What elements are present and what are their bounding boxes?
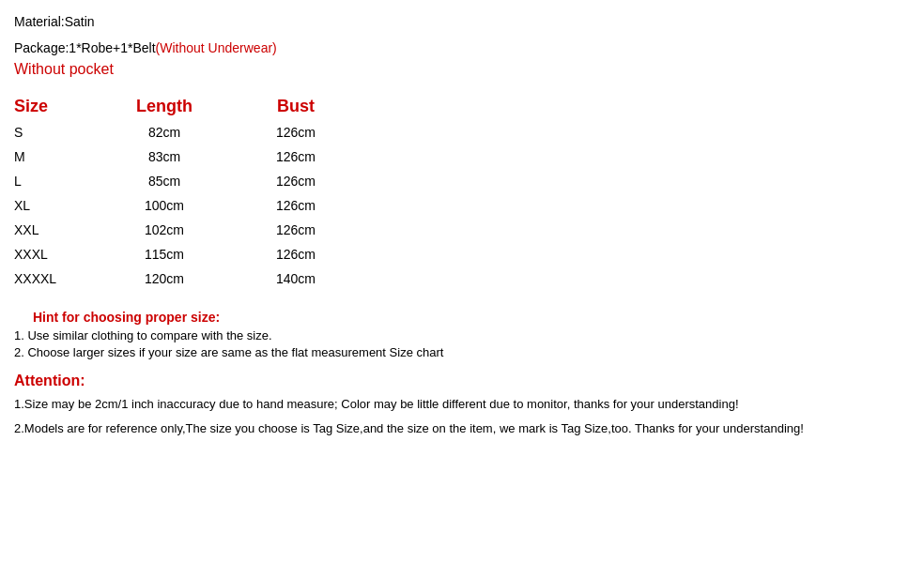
package-highlight: (Without Underwear) — [156, 40, 277, 55]
table-cell: 115cm — [127, 242, 258, 266]
table-cell: XXL — [14, 218, 127, 242]
table-row: XXXXL120cm140cm — [14, 266, 390, 291]
size-table-header-row: Size Length Bust — [14, 93, 390, 120]
table-cell: 126cm — [258, 120, 390, 144]
attention-item-2: 2.Models are for reference only,The size… — [14, 419, 910, 438]
material-text: Material:Satin — [14, 14, 910, 29]
table-cell: 83cm — [127, 144, 258, 169]
table-cell: S — [14, 120, 127, 144]
table-row: L85cm126cm — [14, 169, 390, 193]
table-cell: 126cm — [258, 169, 390, 193]
table-cell: L — [14, 169, 127, 193]
table-cell: 126cm — [258, 218, 390, 242]
bust-col-header: Bust — [258, 93, 390, 120]
hint-item-2: 2. Choose larger sizes if your size are … — [14, 345, 910, 359]
table-cell: M — [14, 144, 127, 169]
table-row: XL100cm126cm — [14, 193, 390, 218]
package-prefix: Package:1*Robe+1*Belt — [14, 40, 156, 55]
table-row: XXXL115cm126cm — [14, 242, 390, 266]
attention-section: Attention: 1.Size may be 2cm/1 inch inac… — [14, 373, 910, 437]
table-cell: 126cm — [258, 144, 390, 169]
without-pocket-text: Without pocket — [14, 61, 910, 78]
table-cell: 85cm — [127, 169, 258, 193]
length-col-header: Length — [127, 93, 258, 120]
table-row: M83cm126cm — [14, 144, 390, 169]
size-col-header: Size — [14, 93, 127, 120]
hint-item-1: 1. Use similar clothing to compare with … — [14, 328, 910, 342]
table-cell: 140cm — [258, 266, 390, 291]
attention-title: Attention: — [14, 373, 910, 389]
table-cell: XL — [14, 193, 127, 218]
table-cell: 126cm — [258, 193, 390, 218]
table-cell: XXXL — [14, 242, 127, 266]
package-line: Package:1*Robe+1*Belt(Without Underwear) — [14, 40, 910, 55]
hint-section: Hint for choosing proper size: 1. Use si… — [14, 310, 910, 359]
table-cell: 82cm — [127, 120, 258, 144]
size-table: Size Length Bust S82cm126cmM83cm126cmL85… — [14, 93, 390, 291]
table-row: XXL102cm126cm — [14, 218, 390, 242]
table-cell: 126cm — [258, 242, 390, 266]
table-cell: XXXXL — [14, 266, 127, 291]
table-cell: 102cm — [127, 218, 258, 242]
hint-title: Hint for choosing proper size: — [33, 310, 910, 325]
attention-item-1: 1.Size may be 2cm/1 inch inaccuracy due … — [14, 395, 910, 414]
table-cell: 100cm — [127, 193, 258, 218]
table-cell: 120cm — [127, 266, 258, 291]
table-row: S82cm126cm — [14, 120, 390, 144]
